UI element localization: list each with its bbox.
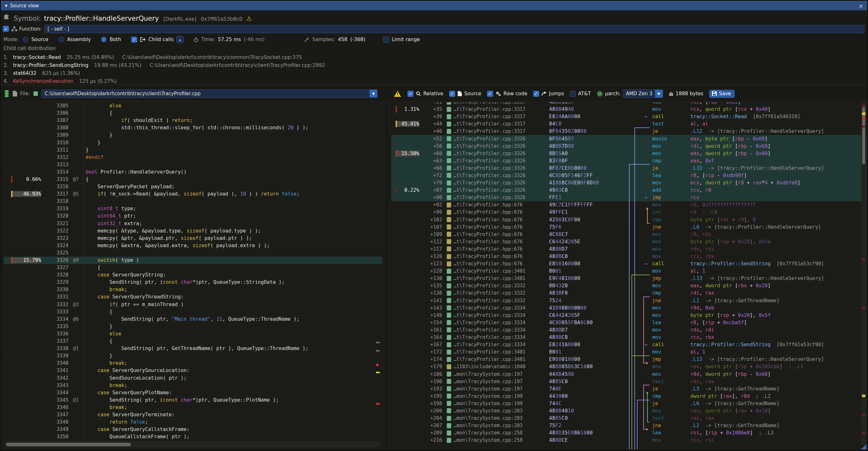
source-location[interactable]: …t\TracyProfiler.hpp:676 xyxy=(454,253,549,259)
source-location[interactable]: …t\TracyProfiler.cpp:3317 xyxy=(454,121,549,127)
source-line[interactable]: 3337 { xyxy=(3,338,382,345)
assembly-line[interactable]: +63…t\TracyProfiler.cpp:332683F80Fcmpeax… xyxy=(391,157,866,165)
source-location[interactable]: …t\TracyProfiler.hpp:676 xyxy=(454,224,549,230)
relative-toggle[interactable]: ✓ Relative xyxy=(407,91,443,97)
source-line[interactable]: 3324 memcpy( &extra, &payload.extra, siz… xyxy=(3,242,382,249)
source-location[interactable]: …mon\TracySystem.cpp:258 xyxy=(454,430,549,436)
source-line[interactable]: 3318 xyxy=(3,198,382,205)
source-location[interactable]: …t\TracyProfiler.cpp:3326 xyxy=(454,158,549,164)
source-location[interactable]: …t\TracyProfiler.hpp:676 xyxy=(454,232,549,237)
source-location[interactable]: …t\TracyProfiler.cpp:3334 xyxy=(454,334,549,340)
relative-checkbox[interactable]: ✓ xyxy=(407,91,413,97)
source-location[interactable]: …t\TracyProfiler.cpp:3326 xyxy=(454,143,549,149)
pane-divider[interactable] xyxy=(384,102,384,449)
source-line[interactable]: 3316 ServerQueryPacket payload; xyxy=(3,183,382,190)
source-location[interactable]: …t\TracyProfiler.hpp:676 xyxy=(454,217,549,222)
source-line[interactable]: 3346 break; xyxy=(3,404,382,411)
source-location[interactable]: …t\TracyProfiler.cpp:3326 xyxy=(454,136,549,142)
child-call-item[interactable]: 4.KeSynchronizeExecution125 μs (0.27%) xyxy=(3,77,865,84)
source-line[interactable]: 3344 case ServerQueryPlotName: xyxy=(3,389,382,396)
title-bar[interactable]: ▼ Source view × xyxy=(1,1,867,10)
source-location[interactable]: …t\TracyProfiler.cpp:3332 xyxy=(454,283,549,289)
source-location[interactable]: …t\TracyProfiler.hpp:676 xyxy=(454,246,549,252)
source-location[interactable]: …t\TracyProfiler.cpp:3332 xyxy=(454,298,549,304)
assembly-line[interactable]: +56…t\TracyProfiler.cpp:3326488B7D98movr… xyxy=(391,143,866,150)
source-location[interactable]: …mon\TracySystem.cpp:203 xyxy=(454,423,549,428)
source-location[interactable]: …t\TracyProfiler.cpp:3317 xyxy=(454,128,549,134)
source-location[interactable]: …mon\TracySystem.cpp:197 xyxy=(454,371,549,377)
child-call-item[interactable]: 2.tracy::Profiler::SendLongString19.88 m… xyxy=(3,61,865,69)
source-location[interactable]: …t\TracyProfiler.hpp:676 xyxy=(454,202,549,208)
raw-code-toggle[interactable]: ✓ Raw code xyxy=(487,91,527,97)
assembly-line[interactable]: +46…t\TracyProfiler.cpp:33170F8435020000… xyxy=(391,128,866,135)
assembly-line[interactable]: 45.41%+44…t\TracyProfiler.cpp:331784C0te… xyxy=(391,120,866,128)
assembly-pane[interactable]: +31…t\TracyProfiler.cpp:3317488D5597lear… xyxy=(391,102,866,449)
source-location[interactable]: …t\TracyProfiler.cpp:3334 xyxy=(454,327,549,333)
source-line[interactable]: 3339 } xyxy=(3,352,382,360)
source-location[interactable]: …t\TracyProfiler.cpp:3317 xyxy=(454,102,549,105)
limit-range-checkbox[interactable]: ✓ xyxy=(383,37,389,43)
assembly-vertical-scrollbar[interactable] xyxy=(861,102,866,445)
source-line[interactable]: 3308 std::this_thread::sleep_for( std::c… xyxy=(3,124,382,131)
source-line[interactable]: 46.93%3317@5 if( !m_sock->Read( &payload… xyxy=(3,190,382,198)
source-line[interactable]: 3332@3 if( ptr == m_mainThread ) xyxy=(3,301,382,308)
uarch-dropdown-arrow[interactable]: ▼ xyxy=(655,90,663,97)
source-line[interactable]: 3321 uint32_t extra; xyxy=(3,220,382,228)
source-line[interactable]: 3331 case ServerQueryThreadString: xyxy=(3,293,382,301)
child-call-item[interactable]: 3.stat64i32625 μs (1.36%) xyxy=(3,69,865,77)
source-location[interactable]: …mon\TracySystem.cpp:203 xyxy=(454,408,549,414)
radio-assembly[interactable] xyxy=(59,37,64,42)
source-line[interactable]: 3343 break; xyxy=(3,382,382,389)
radio-source[interactable] xyxy=(23,37,28,42)
source-line[interactable]: 3334@6 SendString( ptr, "Main thread", 1… xyxy=(3,315,382,323)
source-location[interactable]: …t\TracyProfiler.cpp:3334 xyxy=(454,342,549,348)
source-line[interactable]: 3340 break; xyxy=(3,360,382,367)
source-line[interactable]: 3309 } xyxy=(3,131,382,139)
source-location[interactable]: …t\TracyProfiler.cpp:3326 xyxy=(454,151,549,156)
source-line[interactable]: 3341 case ServerQuerySourceLocation: xyxy=(3,367,382,374)
source-location[interactable]: …t\TracyProfiler.cpp:3326 xyxy=(454,165,549,171)
source-line[interactable]: 3349 case ServerQueryCallstackFrame: xyxy=(3,426,382,433)
uarch-dropdown[interactable]: AMD Zen 3 ▼ xyxy=(623,90,663,98)
source-location[interactable]: …t\TracyProfiler.cpp:3326 xyxy=(454,187,549,193)
scrollbar-thumb[interactable] xyxy=(6,443,131,446)
source-location[interactable]: …t\TracyProfiler.cpp:3326 xyxy=(454,194,549,200)
source-location[interactable]: …t\TracyProfiler.cpp:3401 xyxy=(454,275,549,281)
source-location[interactable]: …t\TracyProfiler.hpp:676 xyxy=(454,209,549,215)
resize-grip-icon[interactable] xyxy=(861,444,866,449)
source-location[interactable]: …t\TracyProfiler.cpp:3317 xyxy=(454,114,549,119)
source-line[interactable]: 15.79%3326@9 switch( type ) xyxy=(3,257,382,264)
source-line[interactable]: 3322 memcpy( &type, &payload.type, sizeo… xyxy=(3,228,382,235)
assembly-line[interactable]: +52…t\TracyProfiler.cpp:33260FB64597movz… xyxy=(391,135,866,142)
child-call-item[interactable]: 1.tracy::Socket::Read25.25 ms (54.89%)C:… xyxy=(3,53,865,61)
source-horizontal-scrollbar[interactable] xyxy=(5,442,380,447)
source-location[interactable]: …t\TracyProfiler.cpp:3326 xyxy=(454,173,549,178)
source-location[interactable]: …t\TracyProfiler.cpp:3332 xyxy=(454,290,549,296)
function-dropdown[interactable]: [ - self - ] xyxy=(44,25,865,33)
source-location[interactable]: …mon\TracySystem.cpp:197 xyxy=(454,386,549,392)
source-location[interactable]: …mon\TracySystem.cpp:197 xyxy=(454,379,549,385)
source-line[interactable]: 3328 case ServerQueryString: xyxy=(3,271,382,279)
child-calls-up-button[interactable]: ▲ xyxy=(176,36,183,43)
source-line[interactable]: 3336 else xyxy=(3,330,382,338)
assembly-line[interactable]: +31…t\TracyProfiler.cpp:3317488D5597lear… xyxy=(391,102,866,106)
source-line[interactable]: 3310 } xyxy=(3,139,382,146)
source-location[interactable]: …t\TracyProfiler.hpp:676 xyxy=(454,261,549,267)
child-calls-checkbox[interactable]: ✓ xyxy=(131,37,137,43)
jumps-toggle[interactable]: ✓ Jumps xyxy=(533,91,564,97)
source-line[interactable]: 3345@1 SendString( ptr, (const char*)ptr… xyxy=(3,396,382,404)
source-pane[interactable]: 3305 else3306 {3307 if( shouldExit ) ret… xyxy=(3,102,382,449)
source-checkbox[interactable]: ✓ xyxy=(449,91,455,97)
source-line[interactable]: 3306 { xyxy=(3,110,382,117)
scrollbar-thumb[interactable] xyxy=(862,107,865,164)
source-location[interactable]: …t\TracyProfiler.cpp:3401 xyxy=(454,356,549,362)
assembly-line[interactable]: +39…t\TracyProfiler.cpp:3317E824AA0000←c… xyxy=(391,113,866,120)
source-line[interactable]: 3323 memcpy( &ptr, &payload.ptr, sizeof(… xyxy=(3,235,382,242)
source-line[interactable]: 3350 QueueCallstackFrame( ptr ); xyxy=(3,433,382,441)
source-line[interactable]: 3330 break; xyxy=(3,286,382,293)
raw-code-checkbox[interactable]: ✓ xyxy=(487,91,493,97)
radio-both[interactable] xyxy=(101,37,106,42)
source-line[interactable]: 3320 uint64_t ptr; xyxy=(3,212,382,220)
source-line[interactable]: 3342 SendSourceLocation( ptr ); xyxy=(3,374,382,382)
source-location[interactable]: …t\TracyProfiler.cpp:3401 xyxy=(454,268,549,274)
